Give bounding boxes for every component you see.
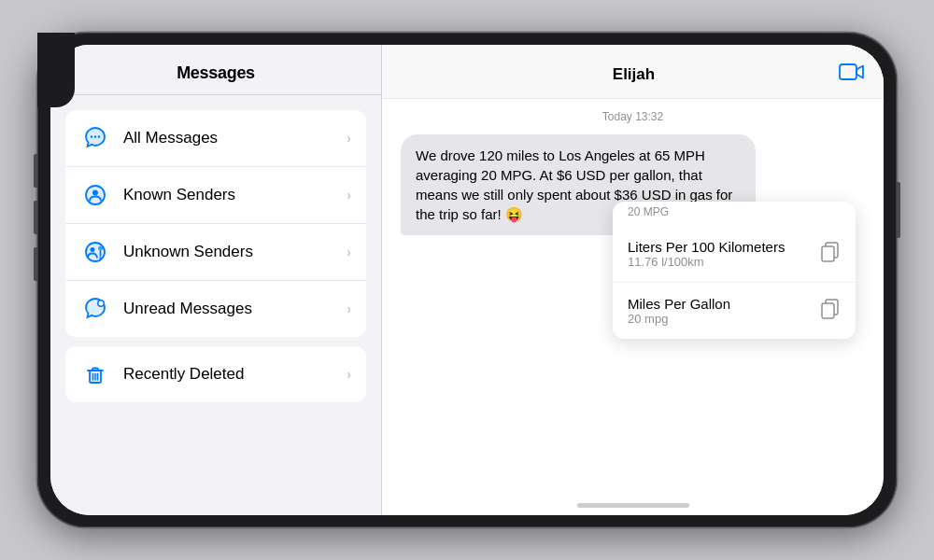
phone-notch bbox=[37, 33, 75, 107]
unread-messages-chevron: › bbox=[347, 301, 351, 316]
popup-trigger-label: 20 MPG bbox=[613, 202, 856, 226]
unknown-senders-label: Unknown Senders bbox=[123, 243, 347, 261]
sidebar-item-unread-messages[interactable]: Unread Messages › bbox=[65, 281, 366, 337]
sidebar-item-unknown-senders[interactable]: Unknown Senders › bbox=[65, 224, 366, 281]
svg-point-2 bbox=[98, 135, 100, 137]
chat-contact-name: Elijah bbox=[429, 65, 839, 84]
left-panel: Messages bbox=[50, 45, 382, 515]
message-timestamp: Today 13:32 bbox=[401, 110, 865, 123]
svg-point-8 bbox=[91, 247, 95, 252]
unknown-senders-chevron: › bbox=[347, 245, 351, 259]
video-call-icon[interactable] bbox=[839, 62, 865, 87]
chat-header: Elijah bbox=[382, 45, 884, 99]
popup-item-liters[interactable]: Liters Per 100 Kilometers 11.76 l/100km bbox=[613, 226, 856, 283]
messages-title: Messages bbox=[177, 63, 255, 82]
liters-title: Liters Per 100 Kilometers bbox=[628, 239, 820, 255]
right-panel: Elijah Today 13:32 We drove 120 miles to… bbox=[382, 45, 884, 515]
copy-mpg-icon[interactable] bbox=[820, 299, 841, 324]
popup-item-mpg[interactable]: Miles Per Gallon 20 mpg bbox=[613, 283, 856, 339]
svg-rect-20 bbox=[840, 64, 856, 79]
liters-subtitle: 11.76 l/100km bbox=[628, 255, 820, 269]
svg-point-1 bbox=[94, 135, 96, 137]
svg-rect-24 bbox=[822, 303, 834, 318]
svg-point-13 bbox=[99, 301, 104, 306]
phone-frame: Messages bbox=[37, 33, 897, 527]
messages-menu: All Messages › Known Senders bbox=[50, 95, 381, 515]
sidebar-item-recently-deleted[interactable]: Recently Deleted › bbox=[65, 346, 366, 402]
mpg-subtitle: 20 mpg bbox=[628, 312, 820, 326]
svg-point-0 bbox=[91, 135, 92, 137]
recently-deleted-label: Recently Deleted bbox=[123, 365, 347, 384]
phone-screen: Messages bbox=[50, 45, 884, 515]
person-circle-icon bbox=[80, 180, 110, 210]
person-question-icon bbox=[80, 237, 110, 267]
recently-deleted-chevron: › bbox=[347, 367, 351, 382]
svg-rect-22 bbox=[822, 246, 834, 261]
main-menu-group: All Messages › Known Senders bbox=[65, 110, 366, 337]
all-messages-label: All Messages bbox=[123, 129, 347, 147]
deleted-menu-group: Recently Deleted › bbox=[65, 346, 366, 402]
liters-content: Liters Per 100 Kilometers 11.76 l/100km bbox=[628, 239, 820, 269]
sidebar-item-known-senders[interactable]: Known Senders › bbox=[65, 167, 366, 224]
known-senders-chevron: › bbox=[347, 188, 351, 203]
trash-icon bbox=[80, 359, 110, 389]
home-indicator bbox=[577, 503, 689, 508]
data-detector-popup: 20 MPG Liters Per 100 Kilometers 11.76 l… bbox=[613, 202, 856, 339]
mpg-title: Miles Per Gallon bbox=[628, 296, 820, 312]
all-messages-chevron: › bbox=[347, 131, 351, 146]
svg-point-9 bbox=[98, 246, 103, 251]
unread-messages-label: Unread Messages bbox=[123, 300, 347, 318]
messages-header: Messages bbox=[50, 45, 381, 95]
known-senders-label: Known Senders bbox=[123, 186, 347, 204]
chat-unread-icon bbox=[80, 294, 110, 324]
svg-point-11 bbox=[99, 257, 101, 259]
copy-liters-icon[interactable] bbox=[820, 242, 841, 267]
svg-point-5 bbox=[92, 190, 98, 196]
mpg-content: Miles Per Gallon 20 mpg bbox=[628, 296, 820, 326]
chat-area: Today 13:32 We drove 120 miles to Los An… bbox=[382, 99, 884, 515]
sidebar-item-all-messages[interactable]: All Messages › bbox=[65, 110, 366, 167]
chat-bubble-icon bbox=[80, 123, 110, 153]
